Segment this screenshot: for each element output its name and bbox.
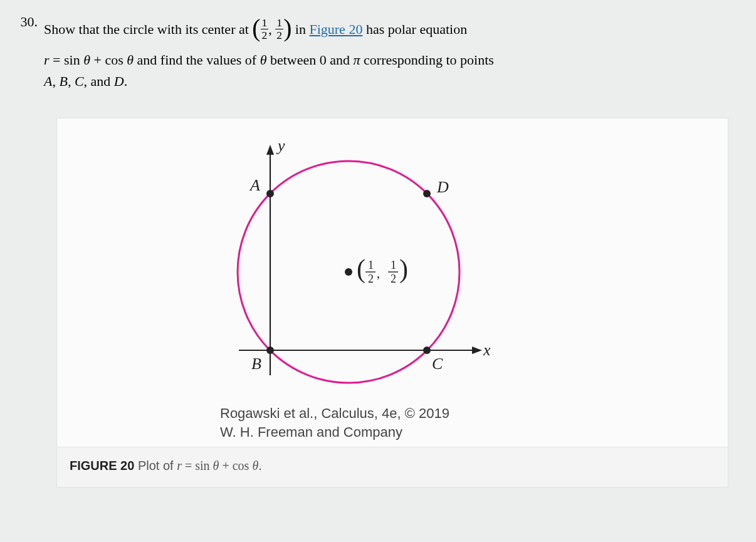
svg-point-6 bbox=[423, 190, 431, 197]
points-list: A, B, C, bbox=[44, 73, 91, 89]
svg-point-9 bbox=[345, 268, 352, 276]
fraction: 12 bbox=[275, 18, 283, 41]
sin: sin bbox=[195, 459, 213, 472]
figure-link[interactable]: Figure 20 bbox=[309, 21, 362, 37]
cos: cos bbox=[105, 52, 127, 68]
figure-box: A D B C ( 1 2 , 1 bbox=[56, 118, 728, 487]
paren-open: ( bbox=[252, 14, 260, 42]
text: corresponding to points bbox=[360, 52, 494, 68]
x-axis-label: x bbox=[483, 341, 491, 359]
text: in bbox=[291, 21, 309, 37]
plot-of-text: Plot of bbox=[134, 459, 177, 472]
theta: θ bbox=[260, 52, 267, 68]
svg-marker-1 bbox=[266, 145, 274, 155]
equals: = bbox=[50, 52, 64, 68]
fraction: 12 bbox=[261, 18, 269, 41]
cos: cos bbox=[233, 459, 253, 472]
figure-content: A D B C ( 1 2 , 1 bbox=[57, 118, 728, 447]
figure-caption: FIGURE 20 Plot of r = sin θ + cos θ. bbox=[57, 447, 728, 487]
attribution-line-1: Rogawski et al., Calculus, 4e, © 2019 bbox=[220, 405, 728, 422]
label-A: A bbox=[249, 176, 260, 194]
var-r: r bbox=[177, 459, 182, 472]
var-r: r bbox=[44, 52, 50, 68]
figure-svg: A D B C ( 1 2 , 1 bbox=[220, 137, 533, 400]
period: . bbox=[258, 459, 262, 472]
num2: 1 bbox=[391, 259, 396, 271]
text: Show that the circle with its center at bbox=[44, 21, 252, 37]
problem-body: Show that the circle with its center at … bbox=[44, 11, 746, 93]
pi: π bbox=[354, 52, 360, 68]
y-axis-label: y bbox=[276, 137, 285, 155]
svg-marker-3 bbox=[472, 347, 482, 354]
plus: + bbox=[90, 52, 105, 68]
text: has polar equation bbox=[362, 21, 467, 37]
problem-statement: 30. Show that the circle with its center… bbox=[10, 11, 746, 93]
num1: 1 bbox=[368, 259, 374, 271]
paren-close: ) bbox=[399, 254, 408, 284]
comma: , bbox=[268, 21, 275, 37]
theta: θ bbox=[252, 459, 258, 472]
den2: 2 bbox=[391, 273, 396, 285]
theta: θ bbox=[83, 52, 90, 68]
sin: sin bbox=[64, 52, 83, 68]
text: between 0 and bbox=[266, 52, 353, 68]
point-d: D bbox=[114, 73, 124, 89]
svg-point-8 bbox=[423, 347, 431, 354]
theta: θ bbox=[127, 52, 134, 68]
label-C: C bbox=[432, 355, 443, 373]
figure-label: FIGURE 20 bbox=[70, 459, 134, 472]
svg-point-7 bbox=[266, 347, 274, 354]
period: . bbox=[124, 73, 128, 89]
den1: 2 bbox=[368, 273, 374, 285]
paren-close: ) bbox=[283, 14, 291, 42]
ctr-comma: , bbox=[377, 266, 380, 280]
theta: θ bbox=[213, 459, 219, 472]
paren-open: ( bbox=[357, 254, 365, 284]
attribution-line-2: W. H. Freeman and Company bbox=[220, 424, 728, 440]
svg-point-5 bbox=[266, 190, 274, 197]
label-B: B bbox=[251, 355, 261, 373]
and-text: and bbox=[91, 73, 114, 89]
problem-number: 30. bbox=[10, 11, 44, 93]
eq: = bbox=[182, 459, 195, 472]
text: and find the values of bbox=[134, 52, 260, 68]
label-D: D bbox=[436, 178, 449, 196]
plus: + bbox=[219, 459, 232, 472]
